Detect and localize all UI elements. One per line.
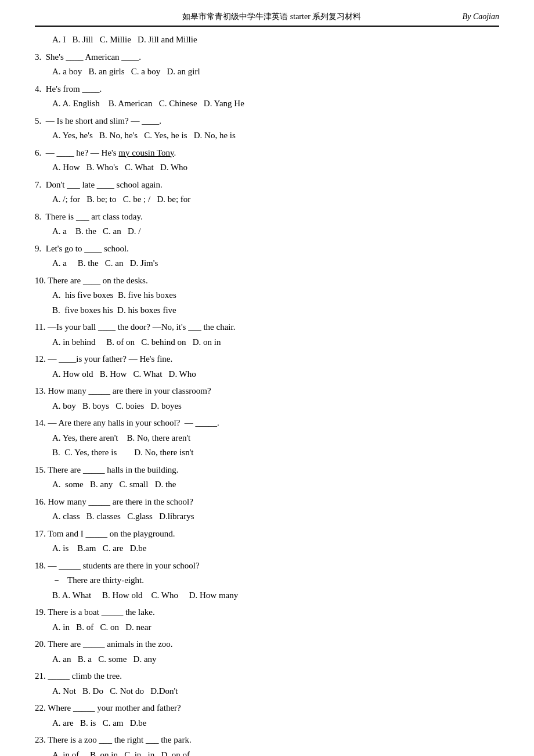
question-21: 21. _____ climb the tree. A. Not B. Do C… <box>35 669 499 699</box>
page-header: 如皋市常青初级中学牛津英语 starter 系列复习材料 By Caojian <box>35 12 499 27</box>
question-9: 9. Let's go to ____ school. A. a B. the … <box>35 242 499 271</box>
question-6: 6. — ____ he? — He's my cousin Tony. A. … <box>35 146 499 175</box>
question-11: 11. —Is your ball ____ the door? —No, it… <box>35 320 499 350</box>
question-8: 8. There is ___ art class today. A. a B.… <box>35 210 499 239</box>
intro-options: A. I B. Jill C. Millie D. Jill and Milli… <box>35 33 499 48</box>
question-14: 14. — Are there any halls in your school… <box>35 416 499 460</box>
question-16: 16. How many _____ are there in the scho… <box>35 495 499 524</box>
header-author: By Caojian <box>463 12 499 21</box>
question-list: A. I B. Jill C. Millie D. Jill and Milli… <box>35 33 499 756</box>
question-15: 15. There are _____ halls in the buildin… <box>35 463 499 492</box>
question-17: 17. Tom and I _____ on the playground. A… <box>35 527 499 556</box>
question-22: 22. Where _____ your mother and father? … <box>35 701 499 730</box>
question-10: 10. There are ____ on the desks. A. his … <box>35 273 499 318</box>
question-20: 20. There are _____ animals in the zoo. … <box>35 637 499 667</box>
question-5: 5. — Is he short and slim? — ____. A. Ye… <box>35 114 499 143</box>
question-3: 3. She's ____ American ____. A. a boy B.… <box>35 50 499 80</box>
question-19: 19. There is a boat _____ the lake. A. i… <box>35 605 499 635</box>
question-12: 12. — ____is your father? — He's fine. A… <box>35 352 499 381</box>
header-title: 如皋市常青初级中学牛津英语 starter 系列复习材料 <box>81 12 463 22</box>
question-23: 23. There is a zoo ___ the right ___ the… <box>35 733 499 756</box>
question-7: 7. Don't ___ late ____ school again. A. … <box>35 178 499 207</box>
question-13: 13. How many _____ are there in your cla… <box>35 384 499 413</box>
question-18: 18. — _____ students are there in your s… <box>35 559 499 603</box>
question-4: 4. He's from ____. A. A. English B. Amer… <box>35 82 499 111</box>
